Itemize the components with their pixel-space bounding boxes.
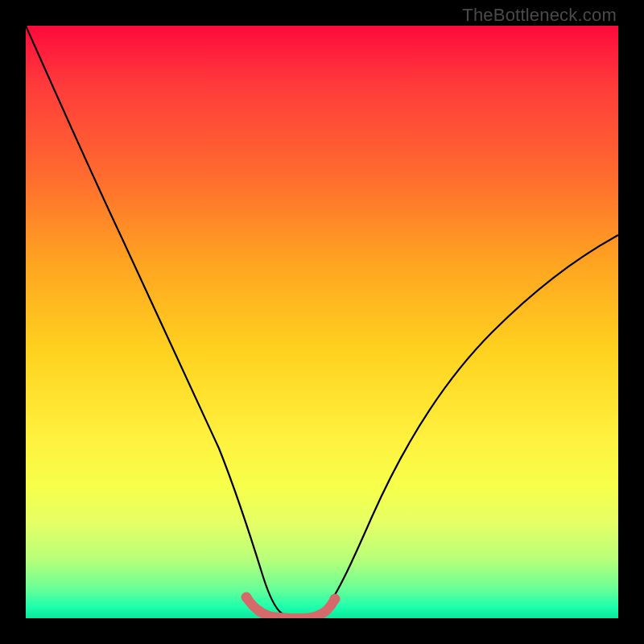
- curve-layer: [26, 26, 618, 618]
- low-overlay-dot: [254, 606, 265, 617]
- plot-area: [26, 26, 618, 618]
- chart-frame: TheBottleneck.com: [0, 0, 644, 644]
- low-overlay-dot: [242, 592, 252, 603]
- bottleneck-curve: [26, 26, 618, 618]
- watermark-text: TheBottleneck.com: [462, 5, 617, 26]
- low-overlay-dot: [330, 594, 341, 605]
